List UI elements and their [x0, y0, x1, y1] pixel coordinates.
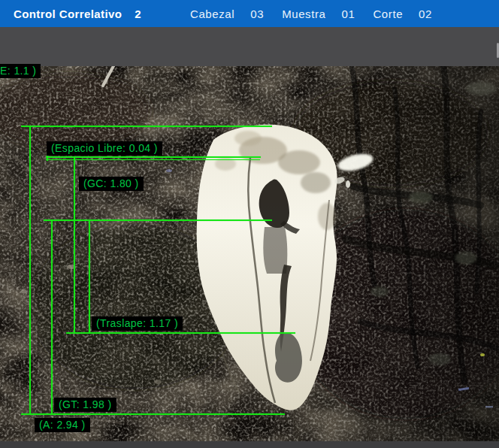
measure-line-gc-vertical: [74, 156, 75, 333]
measure-line-gt-top: [44, 219, 272, 221]
toolbar-strip: [0, 27, 499, 66]
nav-item-corte[interactable]: Corte 02: [373, 8, 432, 20]
cabezal-label: Cabezal: [190, 8, 234, 20]
measure-line-bottom: [21, 413, 285, 415]
measure-label-gc: (GC: 1.80 ): [79, 177, 144, 191]
cabezal-value: 03: [250, 8, 264, 20]
measure-label-gt: (GT: 1.98 ): [54, 398, 116, 412]
measure-label-a: (A: 2.94 ): [35, 418, 90, 432]
measure-line-gt-vertical: [51, 219, 53, 414]
header-bar: Control Correlativo 2 Cabezal 03 Muestra…: [0, 0, 499, 27]
measure-label-espacio-libre: (Espacio Libre: 0.04 ): [47, 141, 162, 156]
muestra-label: Muestra: [282, 8, 325, 20]
measure-label-traslape: (Traslape: 1.17 ): [92, 316, 183, 331]
nav-item-muestra[interactable]: Muestra 01: [282, 8, 355, 20]
app-title: Control Correlativo: [14, 8, 122, 20]
muestra-value: 01: [342, 8, 355, 20]
measure-line-espacio-upper: [46, 156, 261, 158]
corte-value: 02: [419, 8, 432, 20]
measure-label-e: (E: 1.1 ): [0, 64, 41, 78]
measure-line-traslape-vertical: [89, 219, 90, 333]
bottom-strip: [0, 441, 499, 448]
corte-label: Corte: [373, 8, 403, 20]
measure-line-espacio-lower: [46, 159, 260, 160]
measure-line-a-vertical: [29, 126, 31, 415]
header-nav: Cabezal 03 Muestra 01 Corte 02: [190, 0, 432, 27]
measure-line-a-top: [21, 126, 272, 127]
measure-line-traslape-bottom: [66, 332, 295, 334]
app-title-value: 2: [135, 8, 141, 20]
nav-item-cabezal[interactable]: Cabezal 03: [190, 8, 264, 20]
